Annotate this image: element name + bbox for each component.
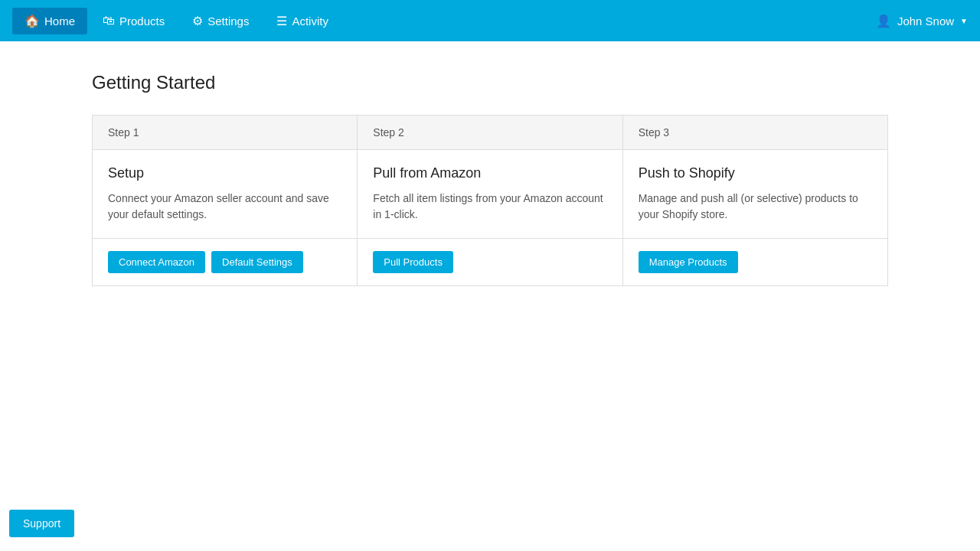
step-2-label: Step 2 xyxy=(358,116,622,149)
activity-icon: ☰ xyxy=(276,14,287,28)
step-1-label: Step 1 xyxy=(93,116,358,149)
steps-actions: Connect Amazon Default Settings Pull Pro… xyxy=(93,239,887,285)
step-2-actions: Pull Products xyxy=(358,239,622,285)
step-3-label: Step 3 xyxy=(623,116,887,149)
step-3-content: Push to Shopify Manage and push all (or … xyxy=(623,150,887,238)
products-icon: 🛍 xyxy=(103,14,115,28)
nav-label-activity: Activity xyxy=(292,15,328,28)
step-2-content: Pull from Amazon Fetch all item listings… xyxy=(358,150,622,238)
step-1-title: Setup xyxy=(108,165,341,181)
step-3-actions: Manage Products xyxy=(623,239,887,285)
connect-amazon-button[interactable]: Connect Amazon xyxy=(108,251,205,273)
step-3-desc: Manage and push all (or selective) produ… xyxy=(639,191,872,223)
nav-item-home[interactable]: 🏠 Home xyxy=(12,8,87,34)
user-menu[interactable]: 👤 John Snow ▼ xyxy=(876,14,968,28)
nav-label-settings: Settings xyxy=(207,15,249,28)
navbar-left: 🏠 Home 🛍 Products ⚙ Settings ☰ Activity xyxy=(12,8,341,34)
steps-body: Setup Connect your Amazon seller account… xyxy=(93,150,887,239)
page-title: Getting Started xyxy=(92,72,888,93)
nav-label-products: Products xyxy=(119,15,165,28)
step-1-actions: Connect Amazon Default Settings xyxy=(93,239,358,285)
caret-down-icon: ▼ xyxy=(960,17,968,25)
step-3-title: Push to Shopify xyxy=(639,165,872,181)
user-name: John Snow xyxy=(897,15,954,28)
nav-item-products[interactable]: 🛍 Products xyxy=(90,8,177,34)
main-content: Getting Started Step 1 Step 2 Step 3 Set… xyxy=(0,41,980,317)
pull-products-button[interactable]: Pull Products xyxy=(373,251,453,273)
settings-icon: ⚙ xyxy=(192,14,203,28)
default-settings-button[interactable]: Default Settings xyxy=(211,251,303,273)
nav-item-settings[interactable]: ⚙ Settings xyxy=(180,8,261,34)
steps-table: Step 1 Step 2 Step 3 Setup Connect your … xyxy=(92,115,888,286)
steps-header: Step 1 Step 2 Step 3 xyxy=(93,116,887,150)
home-icon: 🏠 xyxy=(24,14,40,28)
user-icon: 👤 xyxy=(876,14,891,28)
nav-label-home: Home xyxy=(44,15,75,28)
step-1-content: Setup Connect your Amazon seller account… xyxy=(93,150,358,238)
step-2-title: Pull from Amazon xyxy=(373,165,606,181)
step-1-desc: Connect your Amazon seller account and s… xyxy=(108,191,341,223)
nav-item-activity[interactable]: ☰ Activity xyxy=(264,8,341,34)
navbar: 🏠 Home 🛍 Products ⚙ Settings ☰ Activity … xyxy=(0,0,980,41)
step-2-desc: Fetch all item listings from your Amazon… xyxy=(373,191,606,223)
manage-products-button[interactable]: Manage Products xyxy=(639,251,738,273)
